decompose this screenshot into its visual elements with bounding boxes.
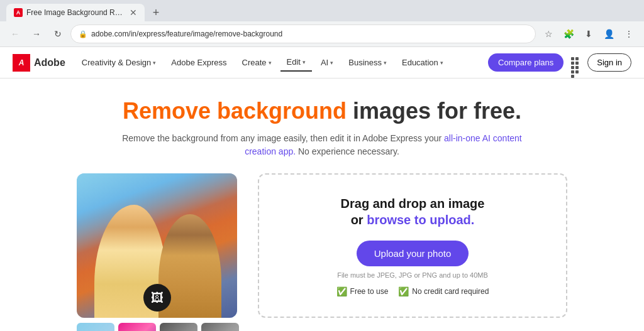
nav-adobe-express[interactable]: Adobe Express: [165, 54, 233, 71]
nav-bar: ← → ↻ 🔒 adobe.com/in/express/feature/ima…: [0, 21, 644, 46]
chevron-down-icon: ▾: [330, 60, 333, 66]
new-tab-button[interactable]: +: [147, 4, 165, 21]
address-bar[interactable]: 🔒 adobe.com/in/express/feature/image/rem…: [70, 24, 536, 43]
content-area: 🖼 Drag and drop an image or browse to up…: [77, 173, 567, 331]
check-icon: ✅: [336, 286, 347, 296]
preview-overlay[interactable]: 🖼: [143, 284, 171, 312]
tab-close-button[interactable]: ✕: [130, 8, 137, 18]
active-tab[interactable]: A Free Image Background Remo... ✕: [6, 4, 145, 21]
no-credit-card-badge: ✅ No credit card required: [398, 286, 489, 296]
image-showcase: 🖼: [77, 173, 239, 331]
reload-button[interactable]: ↻: [49, 25, 67, 43]
sign-in-button[interactable]: Sign in: [587, 53, 631, 72]
thumbnail-4[interactable]: [201, 323, 239, 331]
upload-badges: ✅ Free to use ✅ No credit card required: [336, 286, 489, 296]
browse-link[interactable]: browse to upload.: [367, 213, 474, 227]
adobe-header: A Adobe Creativity & Design ▾ Adobe Expr…: [0, 47, 644, 79]
hero-title-orange: Remove background: [123, 98, 347, 124]
profile-button[interactable]: 👤: [600, 25, 618, 43]
address-lock-icon: 🔒: [79, 30, 87, 38]
upload-area[interactable]: Drag and drop an image or browse to uplo…: [258, 173, 567, 318]
apps-grid-icon[interactable]: [571, 57, 582, 68]
hero-subtitle-link[interactable]: all-in-one AI content creation app.: [245, 133, 522, 156]
main-preview-image: 🖼: [77, 173, 237, 318]
upload-photo-button[interactable]: Upload your photo: [357, 241, 469, 266]
extensions-button[interactable]: 🧩: [560, 25, 577, 43]
thumbnail-row: [77, 323, 239, 331]
hero-subtitle: Remove the background from any image eas…: [118, 132, 526, 158]
nav-create[interactable]: Create ▾: [236, 54, 278, 71]
thumbnail-3[interactable]: [160, 323, 197, 331]
tab-title: Free Image Background Remo...: [26, 8, 126, 17]
main-content: Remove background images for free. Remov…: [0, 79, 644, 331]
chevron-down-icon: ▾: [303, 59, 306, 65]
nav-actions: ☆ 🧩 ⬇ 👤 ⋮: [540, 25, 638, 43]
upload-hint: File must be JPEG, JPG or PNG and up to …: [337, 271, 488, 279]
address-text: adobe.com/in/express/feature/image/remov…: [91, 30, 528, 38]
download-button[interactable]: ⬇: [580, 25, 597, 43]
hero-title-rest: images for free.: [353, 98, 521, 124]
check-icon: ✅: [398, 286, 409, 296]
menu-button[interactable]: ⋮: [620, 25, 638, 43]
chevron-down-icon: ▾: [153, 60, 156, 66]
nav-education[interactable]: Education ▾: [396, 54, 450, 71]
chevron-down-icon: ▾: [269, 60, 272, 66]
adobe-logo-letter: A: [19, 58, 25, 67]
forward-button[interactable]: →: [28, 25, 45, 43]
main-nav: Creativity & Design ▾ Adobe Express Crea…: [75, 53, 488, 72]
adobe-logo[interactable]: A Adobe: [13, 54, 65, 72]
chevron-down-icon: ▾: [384, 60, 387, 66]
tab-favicon: A: [14, 8, 23, 17]
adobe-logo-icon: A: [13, 54, 30, 72]
tab-bar: A Free Image Background Remo... ✕ +: [0, 0, 644, 21]
thumbnail-2[interactable]: [118, 323, 156, 331]
upload-title: Drag and drop an image or browse to uplo…: [341, 195, 485, 228]
adobe-wordmark: Adobe: [34, 57, 65, 68]
thumbnail-1[interactable]: [77, 323, 114, 331]
nav-business[interactable]: Business ▾: [342, 54, 393, 71]
back-button[interactable]: ←: [6, 25, 24, 43]
hero-title: Remove background images for free.: [123, 97, 521, 124]
compare-plans-button[interactable]: Compare plans: [488, 53, 564, 72]
nav-ai[interactable]: AI ▾: [314, 54, 340, 71]
nav-edit[interactable]: Edit ▾: [280, 53, 312, 72]
free-to-use-badge: ✅ Free to use: [336, 286, 389, 296]
chevron-down-icon: ▾: [440, 60, 443, 66]
nav-creativity-design[interactable]: Creativity & Design ▾: [75, 54, 163, 71]
image-edit-icon: 🖼: [151, 291, 164, 305]
bookmark-button[interactable]: ☆: [540, 25, 557, 43]
